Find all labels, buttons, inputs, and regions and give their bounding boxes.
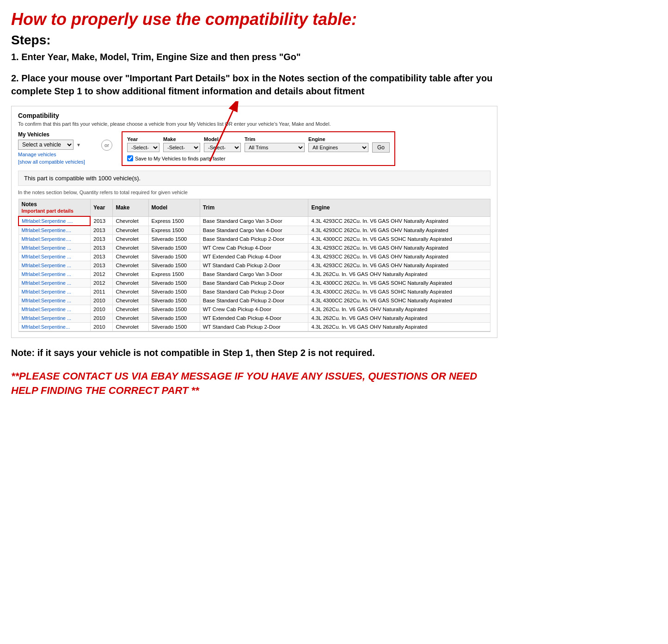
model-cell: Silverado 1500	[148, 314, 200, 323]
notes-header-text: Notes	[22, 201, 37, 208]
trim-cell: WT Crew Cab Pickup 4-Door	[200, 244, 308, 252]
engine-cell: 4.3L 262Cu. In. V6 GAS OHV Naturally Asp…	[308, 314, 490, 323]
make-cell: Chevrolet	[113, 279, 148, 288]
engine-cell: 4.3L 4300CC 262Cu. In. V6 GAS SOHC Natur…	[308, 279, 490, 288]
engine-cell: 4.3L 262Cu. In. V6 GAS OHV Naturally Asp…	[308, 305, 490, 314]
col-header-notes: Notes Important part details	[18, 199, 90, 217]
model-cell: Silverado 1500	[148, 323, 200, 332]
dropdown-arrow-icon: ▼	[76, 142, 81, 147]
trim-cell: Base Standard Cab Pickup 2-Door	[200, 296, 308, 305]
model-cell: Silverado 1500	[148, 288, 200, 296]
make-cell: Chevrolet	[113, 314, 148, 323]
col-header-make: Make	[113, 199, 148, 217]
notes-cell: Mfrlabel:Serpentine ...	[18, 252, 90, 261]
engine-cell: 4.3L 4300CC 262Cu. In. V6 GAS SOHC Natur…	[308, 235, 490, 244]
model-cell: Silverado 1500	[148, 305, 200, 314]
engine-cell: 4.3L 4293CC 262Cu. In. V6 GAS OHV Natura…	[308, 261, 490, 270]
make-select[interactable]: -Select-	[163, 143, 200, 152]
make-label: Make	[163, 136, 200, 142]
year-cell: 2010	[90, 305, 112, 314]
model-cell: Silverado 1500	[148, 261, 200, 270]
year-cell: 2013	[90, 244, 112, 252]
trim-cell: Base Standard Cargo Van 3-Door	[200, 216, 308, 226]
model-cell: Silverado 1500	[148, 296, 200, 305]
trim-cell: WT Crew Cab Pickup 4-Door	[200, 305, 308, 314]
table-row: Mfrlabel:Serpentine ... 2010 Chevrolet S…	[18, 296, 490, 305]
make-cell: Chevrolet	[113, 244, 148, 252]
engine-cell: 4.3L 4293CC 262Cu. In. V6 GAS OHV Natura…	[308, 226, 490, 235]
steps-heading: Steps:	[11, 33, 497, 48]
model-select[interactable]: -Select-	[204, 143, 241, 152]
trim-select[interactable]: All Trims	[245, 143, 305, 152]
table-row: Mfrlabel:Serpentine ... 2012 Chevrolet S…	[18, 279, 490, 288]
table-row: Mfrlabel:Serpentine ... 2011 Chevrolet S…	[18, 288, 490, 296]
make-cell: Chevrolet	[113, 235, 148, 244]
engine-cell: 4.3L 4300CC 262Cu. In. V6 GAS SOHC Natur…	[308, 296, 490, 305]
model-cell: Express 1500	[148, 216, 200, 226]
trim-cell: WT Standard Cab Pickup 2-Door	[200, 323, 308, 332]
trim-label: Trim	[245, 136, 305, 142]
table-row: Mfrlabel:Serpentine ... 2012 Chevrolet E…	[18, 270, 490, 279]
engine-cell: 4.3L 4300CC 262Cu. In. V6 GAS SOHC Natur…	[308, 288, 490, 296]
table-row: Mfrlabel:Serpentine ... 2010 Chevrolet S…	[18, 314, 490, 323]
ymm-form: Year -Select- Make -Select- Model	[122, 131, 395, 166]
notes-cell: Mfrlabel:Serpentine ...	[18, 314, 90, 323]
manage-vehicles-link[interactable]: Manage vehicles	[18, 152, 92, 157]
save-checkbox[interactable]	[127, 155, 133, 161]
model-cell: Silverado 1500	[148, 252, 200, 261]
table-row: Mfrlabel:Serpentine .... 2013 Chevrolet …	[18, 216, 490, 226]
table-row: Mfrlabel:Serpentine.... 2013 Chevrolet E…	[18, 226, 490, 235]
notes-cell: Mfrlabel:Serpentine....	[18, 235, 90, 244]
trim-cell: Base Standard Cab Pickup 2-Door	[200, 288, 308, 296]
year-select[interactable]: -Select-	[127, 143, 159, 152]
make-cell: Chevrolet	[113, 226, 148, 235]
notes-cell: Mfrlabel:Serpentine ...	[18, 305, 90, 314]
trim-cell: Base Standard Cab Pickup 2-Door	[200, 279, 308, 288]
notes-bar: In the notes section below, Quantity ref…	[18, 188, 490, 197]
step1-text: 1. Enter Year, Make, Model, Trim, Engine…	[11, 50, 497, 63]
step2-text: 2. Place your mouse over "Important Part…	[11, 72, 497, 98]
make-cell: Chevrolet	[113, 270, 148, 279]
show-all-link[interactable]: [show all compatible vehicles]	[18, 159, 92, 165]
trim-cell: Base Standard Cargo Van 3-Door	[200, 270, 308, 279]
trim-cell: WT Extended Cab Pickup 4-Door	[200, 314, 308, 323]
year-cell: 2010	[90, 296, 112, 305]
col-header-engine: Engine	[308, 199, 490, 217]
year-cell: 2012	[90, 270, 112, 279]
year-cell: 2013	[90, 216, 112, 226]
notes-cell: Mfrlabel:Serpentine....	[18, 226, 90, 235]
col-header-trim: Trim	[200, 199, 308, 217]
trim-cell: Base Standard Cab Pickup 2-Door	[200, 235, 308, 244]
model-cell: Express 1500	[148, 270, 200, 279]
trim-cell: WT Extended Cab Pickup 4-Door	[200, 252, 308, 261]
main-title: How to properly use the compatibility ta…	[11, 9, 497, 29]
table-row: Mfrlabel:Serpentine ... 2010 Chevrolet S…	[18, 305, 490, 314]
make-cell: Chevrolet	[113, 288, 148, 296]
save-label: Save to My Vehicles to finds parts faste…	[135, 156, 226, 161]
notes-cell: Mfrlabel:Serpentine ...	[18, 288, 90, 296]
engine-select[interactable]: All Engines	[308, 143, 368, 152]
year-label: Year	[127, 136, 159, 142]
table-row: Mfrlabel:Serpentine.... 2013 Chevrolet S…	[18, 235, 490, 244]
model-cell: Express 1500	[148, 226, 200, 235]
notes-cell: Mfrlabel:Serpentine ...	[18, 296, 90, 305]
compatibility-section: Compatibility To confirm that this part …	[11, 106, 497, 338]
notes-cell: Mfrlabel:Serpentine ...	[18, 261, 90, 270]
make-cell: Chevrolet	[113, 296, 148, 305]
engine-cell: 4.3L 4293CC 262Cu. In. V6 GAS OHV Natura…	[308, 244, 490, 252]
compatible-count-bar: This part is compatible with 1000 vehicl…	[18, 171, 490, 186]
vehicle-select[interactable]: Select a vehicle	[18, 140, 74, 150]
model-cell: Silverado 1500	[148, 235, 200, 244]
year-cell: 2010	[90, 323, 112, 332]
engine-cell: 4.3L 4293CC 262Cu. In. V6 GAS OHV Natura…	[308, 216, 490, 226]
go-button[interactable]: Go	[372, 142, 390, 153]
make-cell: Chevrolet	[113, 252, 148, 261]
year-cell: 2010	[90, 314, 112, 323]
make-cell: Chevrolet	[113, 323, 148, 332]
col-header-model: Model	[148, 199, 200, 217]
note-text: Note: if it says your vehicle is not com…	[11, 346, 497, 359]
table-row: Mfrlabel:Serpentine ... 2013 Chevrolet S…	[18, 244, 490, 252]
notes-cell: Mfrlabel:Serpentine ...	[18, 244, 90, 252]
year-cell: 2013	[90, 252, 112, 261]
model-cell: Silverado 1500	[148, 244, 200, 252]
